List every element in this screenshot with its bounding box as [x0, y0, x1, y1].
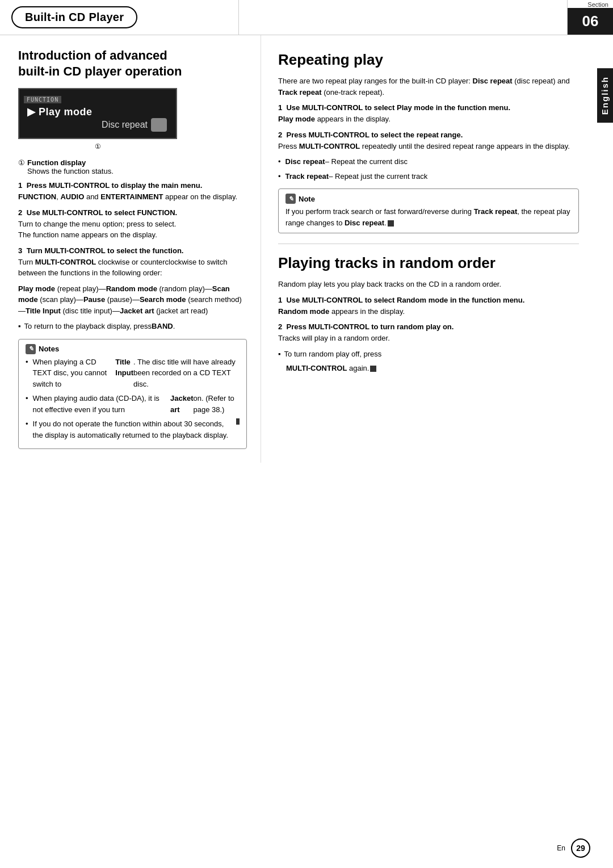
screen-row2: Disc repeat	[24, 118, 171, 132]
random-step2-bullets: To turn random play off, press	[278, 349, 579, 360]
func-display-desc: Shows the function status.	[27, 167, 114, 175]
random-step2-body: Tracks will play in a random order.	[278, 333, 579, 344]
section-label: Section	[568, 0, 613, 8]
left-column: Introduction of advanced built-in CD pla…	[0, 35, 261, 463]
screen-icon	[151, 118, 167, 132]
left-note-2: When playing audio data (CD-DA), it is n…	[26, 393, 240, 415]
left-notes-list: When playing a CD TEXT disc, you cannot …	[26, 357, 240, 441]
stop-symbol	[236, 418, 240, 425]
screen-top-bar: FUNCTION	[24, 96, 61, 103]
screen-mockup: FUNCTION ▶ Play mode Disc repeat	[18, 88, 177, 139]
main-content: Introduction of advanced built-in CD pla…	[0, 35, 613, 463]
right-note-title: ✎ Note	[285, 194, 572, 204]
random-step2-final: MULTI-CONTROL again.	[286, 363, 579, 374]
left-step2-heading: 2 Use MULTI-CONTROL to select FUNCTION.	[18, 208, 247, 217]
built-in-badge: Built-in CD Player	[11, 6, 137, 28]
func-display-label: Function display	[27, 158, 86, 167]
repeat-step2-heading: 2 Press MULTI-CONTROL to select the repe…	[278, 131, 579, 139]
repeat-bullet-track: Track repeat – Repeat just the current t…	[278, 171, 579, 182]
screen-row2-text: Disc repeat	[102, 120, 148, 130]
left-step1-body: FUNCTION, AUDIO and ENTERTAINMENT appear…	[18, 191, 247, 203]
right-note-icon: ✎	[285, 194, 296, 204]
page-footer: En 29	[0, 838, 613, 858]
repeat-step2-body: Press MULTI-CONTROL repeatedly until the…	[278, 141, 579, 152]
repeat-step1-body: Play mode appears in the display.	[278, 114, 579, 125]
repeating-intro: There are two repeat play ranges for the…	[278, 76, 579, 98]
left-notes-box: ✎ Notes When playing a CD TEXT disc, you…	[18, 339, 247, 450]
left-step3-body1: Turn MULTI-CONTROL clockwise or counterc…	[18, 257, 247, 279]
page: Built-in CD Player Section 06 English In…	[0, 0, 613, 868]
screen-circle-label: ①	[18, 142, 177, 150]
random-step1-body: Random mode appears in the display.	[278, 306, 579, 317]
random-intro: Random play lets you play back tracks on…	[278, 279, 579, 290]
right-note-text: If you perform track search or fast forw…	[285, 206, 572, 228]
left-note-3: If you do not operate the function withi…	[26, 418, 240, 441]
left-step3-heading: 3 Turn MULTI-CONTROL to select the funct…	[18, 246, 247, 255]
header-right: Section 06	[568, 0, 613, 35]
left-step1-heading: 1 Press MULTI-CONTROL to display the mai…	[18, 181, 247, 190]
english-tab: English	[597, 68, 613, 123]
left-step3-bullets: To return to the playback display, press…	[18, 321, 247, 332]
stop-symbol-3	[370, 366, 376, 372]
func-display-row: ① Function display Shows the function st…	[18, 158, 247, 175]
right-column: Repeating play There are two repeat play…	[261, 35, 613, 463]
header-middle	[238, 0, 568, 35]
repeating-heading: Repeating play	[278, 51, 579, 69]
random-heading: Playing tracks in random order	[278, 254, 579, 272]
section-divider	[278, 244, 579, 244]
func-display-text: Function display Shows the function stat…	[27, 158, 114, 175]
random-step2-heading: 2 Press MULTI-CONTROL to turn random pla…	[278, 322, 579, 331]
func-display-num: ①	[18, 158, 25, 167]
left-step3-body2: Play mode (repeat play)—Random mode (ran…	[18, 283, 247, 317]
screen-row1: ▶ Play mode	[24, 106, 171, 118]
left-step2-body: Turn to change the menu option; press to…	[18, 219, 247, 241]
right-note-box: ✎ Note If you perform track search or fa…	[278, 188, 579, 233]
section-number: 06	[568, 8, 613, 35]
stop-symbol-2	[388, 220, 394, 227]
header-left: Built-in CD Player	[0, 0, 238, 35]
page-number: 29	[571, 838, 590, 858]
note-icon: ✎	[26, 344, 36, 354]
left-step3-bullet: To return to the playback display, press…	[18, 321, 247, 332]
left-notes-title: ✎ Notes	[26, 344, 240, 354]
footer-en-label: En	[557, 844, 565, 852]
top-header: Built-in CD Player Section 06	[0, 0, 613, 35]
left-note-1: When playing a CD TEXT disc, you cannot …	[26, 357, 240, 390]
repeat-step2-bullets: Disc repeat – Repeat the current disc Tr…	[278, 156, 579, 182]
random-step1-heading: 1 Use MULTI-CONTROL to select Random mod…	[278, 296, 579, 304]
random-bullet: To turn random play off, press	[278, 349, 579, 360]
repeat-bullet-disc: Disc repeat – Repeat the current disc	[278, 156, 579, 167]
left-section-title: Introduction of advanced built-in CD pla…	[18, 48, 247, 79]
repeat-step1-heading: 1 Use MULTI-CONTROL to select Play mode …	[278, 103, 579, 112]
